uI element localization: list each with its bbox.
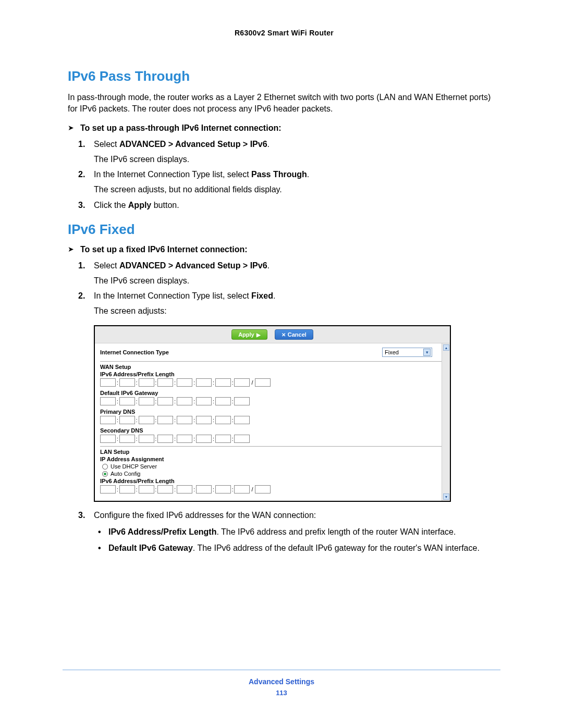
lan-ipv6-address-label: IPv6 Address/Prefix Length (100, 478, 445, 484)
step-number: 3. (78, 199, 85, 211)
triangle-bullet-icon: ➤ (68, 124, 74, 132)
radio-icon (102, 464, 108, 470)
panel-toolbar: Apply ▶ ✕ Cancel (95, 326, 450, 343)
default-gateway-input[interactable]: ::::::: (100, 397, 445, 405)
internet-connection-type-select[interactable]: Fixed ▾ (382, 348, 432, 357)
footer-page-number: 113 (63, 689, 500, 697)
lan-setup-title: LAN Setup (100, 449, 445, 455)
step-subtext: The IPv6 screen displays. (94, 275, 500, 287)
internet-connection-type-label: Internet Connection Type (100, 349, 169, 355)
footer-rule (63, 670, 500, 670)
step-subtext: The screen adjusts: (94, 305, 500, 317)
wan-config-bullets: IPv6 Address/Prefix Length. The IPv6 add… (94, 526, 500, 554)
scroll-down-icon[interactable]: ▾ (443, 493, 449, 500)
default-gateway-label: Default IPv6 Gateway (100, 390, 445, 396)
cancel-button[interactable]: ✕ Cancel (275, 329, 313, 340)
step-number: 1. (78, 138, 85, 150)
step-text: Select ADVANCED > Advanced Setup > IPv6. (94, 261, 270, 270)
close-icon: ✕ (282, 332, 286, 338)
panel-body: ▴ ▾ Internet Connection Type Fixed ▾ WAN… (95, 343, 450, 501)
ip-address-assignment-label: IP Address Assignment (100, 456, 445, 462)
document-header: R6300v2 Smart WiFi Router (68, 29, 500, 37)
triangle-bullet-icon: ➤ (68, 245, 74, 253)
radio-label: Auto Config (111, 471, 140, 477)
wan-setup-title: WAN Setup (100, 364, 445, 370)
step-text: Configure the fixed IPv6 addresses for t… (94, 511, 316, 520)
scroll-up-icon[interactable]: ▴ (443, 344, 449, 351)
radio-auto-config[interactable]: Auto Config (100, 471, 445, 477)
steps-fixed: 1. Select ADVANCED > Advanced Setup > IP… (68, 260, 500, 317)
radio-icon (102, 471, 108, 477)
step-number: 1. (78, 260, 85, 272)
page-footer: Advanced Settings 113 (63, 670, 500, 697)
step-subtext: The IPv6 screen displays. (94, 153, 500, 165)
steps-fixed-after: 3. Configure the fixed IPv6 addresses fo… (68, 509, 500, 554)
procedure-heading-passthrough: ➤ To set up a pass-through IPv6 Internet… (68, 124, 500, 133)
procedure-heading-text: To set up a pass-through IPv6 Internet c… (80, 124, 282, 133)
radio-label: Use DHCP Server (111, 463, 157, 470)
select-value: Fixed (385, 349, 399, 355)
divider (100, 446, 445, 447)
primary-dns-input[interactable]: ::::::: (100, 416, 445, 424)
step-number: 3. (78, 509, 85, 521)
step-number: 2. (78, 168, 85, 180)
wan-ipv6-address-label: IPv6 Address/Prefix Length (100, 371, 445, 377)
scrollbar[interactable]: ▴ ▾ (442, 343, 450, 501)
step-number: 2. (78, 290, 85, 302)
primary-dns-label: Primary DNS (100, 409, 445, 415)
bullet-item: IPv6 Address/Prefix Length. The IPv6 add… (108, 526, 500, 538)
secondary-dns-input[interactable]: ::::::: (100, 435, 445, 443)
divider (100, 361, 445, 362)
step-text: In the Internet Connection Type list, se… (94, 291, 275, 300)
wan-ipv6-address-input[interactable]: :::::::/ (100, 378, 445, 387)
heading-ipv6-fixed: IPv6 Fixed (68, 221, 500, 238)
lan-ipv6-address-input[interactable]: :::::::/ (100, 485, 445, 493)
radio-use-dhcp-server[interactable]: Use DHCP Server (100, 463, 445, 470)
step-text: Select ADVANCED > Advanced Setup > IPv6. (94, 140, 270, 149)
bullet-item: Default IPv6 Gateway. The IPv6 address o… (108, 542, 500, 554)
apply-button-label: Apply (238, 331, 254, 338)
steps-passthrough: 1. Select ADVANCED > Advanced Setup > IP… (68, 138, 500, 211)
procedure-heading-text: To set up a fixed IPv6 Internet connecti… (80, 245, 248, 254)
play-icon: ▶ (256, 332, 261, 338)
ipv6-fixed-config-panel: Apply ▶ ✕ Cancel ▴ ▾ Internet Connection… (94, 325, 451, 502)
cancel-button-label: Cancel (288, 331, 307, 338)
step-text: Click the Apply button. (94, 201, 179, 209)
step-text: In the Internet Connection Type list, se… (94, 170, 309, 179)
paragraph-pass-through: In pass-through mode, the router works a… (68, 92, 500, 115)
footer-section-name: Advanced Settings (63, 677, 500, 686)
secondary-dns-label: Secondary DNS (100, 427, 445, 434)
step-subtext: The screen adjusts, but no additional fi… (94, 183, 500, 195)
procedure-heading-fixed: ➤ To set up a fixed IPv6 Internet connec… (68, 245, 500, 254)
apply-button[interactable]: Apply ▶ (231, 329, 267, 340)
chevron-down-icon: ▾ (423, 349, 431, 356)
heading-ipv6-pass-through: IPv6 Pass Through (68, 68, 500, 84)
